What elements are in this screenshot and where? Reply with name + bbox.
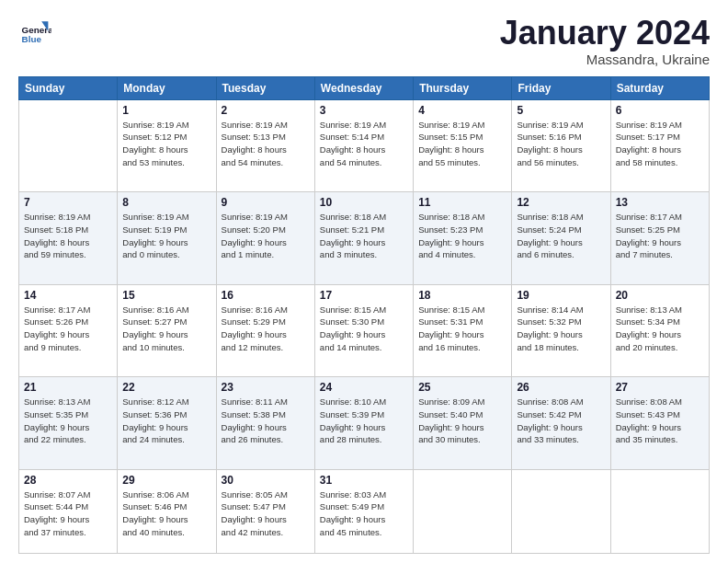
day-number: 24	[320, 381, 408, 394]
day-info: Sunrise: 8:19 AMSunset: 5:15 PMDaylight:…	[418, 119, 506, 169]
logo: General Blue	[18, 15, 51, 48]
calendar-cell: 21Sunrise: 8:13 AMSunset: 5:35 PMDayligh…	[19, 377, 118, 469]
calendar-cell: 18Sunrise: 8:15 AMSunset: 5:31 PMDayligh…	[414, 284, 512, 376]
day-number: 27	[616, 381, 704, 394]
day-info: Sunrise: 8:06 AMSunset: 5:46 PMDaylight:…	[122, 488, 210, 539]
day-info: Sunrise: 8:03 AMSunset: 5:49 PMDaylight:…	[320, 488, 408, 539]
day-info: Sunrise: 8:13 AMSunset: 5:35 PMDaylight:…	[24, 396, 112, 446]
day-info: Sunrise: 8:18 AMSunset: 5:23 PMDaylight:…	[418, 211, 506, 261]
day-info: Sunrise: 8:16 AMSunset: 5:27 PMDaylight:…	[122, 304, 210, 354]
calendar-cell: 16Sunrise: 8:16 AMSunset: 5:29 PMDayligh…	[216, 284, 314, 376]
month-title: January 2024	[500, 15, 710, 52]
day-info: Sunrise: 8:19 AMSunset: 5:13 PMDaylight:…	[222, 119, 310, 169]
calendar-cell: 31Sunrise: 8:03 AMSunset: 5:49 PMDayligh…	[314, 469, 413, 553]
day-number: 9	[222, 196, 310, 209]
calendar-week-row: 21Sunrise: 8:13 AMSunset: 5:35 PMDayligh…	[19, 377, 710, 469]
calendar-cell	[414, 469, 512, 553]
day-number: 15	[122, 289, 210, 302]
calendar-cell: 3Sunrise: 8:19 AMSunset: 5:14 PMDaylight…	[314, 99, 413, 191]
day-number: 2	[222, 104, 310, 117]
day-number: 14	[24, 289, 112, 302]
calendar-cell: 23Sunrise: 8:11 AMSunset: 5:38 PMDayligh…	[216, 377, 314, 469]
day-number: 28	[24, 474, 112, 487]
day-number: 22	[122, 381, 210, 394]
calendar-cell: 6Sunrise: 8:19 AMSunset: 5:17 PMDaylight…	[610, 99, 709, 191]
day-info: Sunrise: 8:11 AMSunset: 5:38 PMDaylight:…	[222, 396, 310, 446]
calendar-cell: 14Sunrise: 8:17 AMSunset: 5:26 PMDayligh…	[19, 284, 118, 376]
weekday-header-wednesday: Wednesday	[314, 76, 413, 99]
calendar-cell: 19Sunrise: 8:14 AMSunset: 5:32 PMDayligh…	[512, 284, 610, 376]
calendar-cell: 8Sunrise: 8:19 AMSunset: 5:19 PMDaylight…	[118, 192, 216, 284]
calendar-cell: 12Sunrise: 8:18 AMSunset: 5:24 PMDayligh…	[512, 192, 610, 284]
day-number: 7	[24, 196, 112, 209]
day-info: Sunrise: 8:19 AMSunset: 5:12 PMDaylight:…	[122, 119, 210, 169]
location-subtitle: Massandra, Ukraine	[500, 52, 710, 67]
weekday-header-thursday: Thursday	[414, 76, 512, 99]
day-number: 3	[320, 104, 408, 117]
day-number: 31	[320, 474, 408, 487]
day-info: Sunrise: 8:19 AMSunset: 5:18 PMDaylight:…	[24, 211, 112, 261]
day-info: Sunrise: 8:17 AMSunset: 5:25 PMDaylight:…	[616, 211, 704, 261]
day-number: 16	[222, 289, 310, 302]
day-info: Sunrise: 8:16 AMSunset: 5:29 PMDaylight:…	[222, 304, 310, 354]
day-number: 30	[222, 474, 310, 487]
calendar-cell: 4Sunrise: 8:19 AMSunset: 5:15 PMDaylight…	[414, 99, 512, 191]
day-info: Sunrise: 8:19 AMSunset: 5:19 PMDaylight:…	[122, 211, 210, 261]
calendar-cell: 15Sunrise: 8:16 AMSunset: 5:27 PMDayligh…	[118, 284, 216, 376]
day-info: Sunrise: 8:12 AMSunset: 5:36 PMDaylight:…	[122, 396, 210, 446]
calendar-week-row: 14Sunrise: 8:17 AMSunset: 5:26 PMDayligh…	[19, 284, 710, 376]
day-number: 12	[517, 196, 605, 209]
day-info: Sunrise: 8:19 AMSunset: 5:20 PMDaylight:…	[222, 211, 310, 261]
calendar-cell	[610, 469, 709, 553]
day-number: 26	[517, 381, 605, 394]
calendar-cell: 11Sunrise: 8:18 AMSunset: 5:23 PMDayligh…	[414, 192, 512, 284]
calendar-cell: 13Sunrise: 8:17 AMSunset: 5:25 PMDayligh…	[610, 192, 709, 284]
page: General Blue January 2024 Massandra, Ukr…	[0, 0, 728, 563]
day-number: 10	[320, 196, 408, 209]
day-info: Sunrise: 8:15 AMSunset: 5:31 PMDaylight:…	[418, 304, 506, 354]
calendar-cell: 28Sunrise: 8:07 AMSunset: 5:44 PMDayligh…	[19, 469, 118, 553]
day-number: 23	[222, 381, 310, 394]
day-number: 4	[418, 104, 506, 117]
day-info: Sunrise: 8:14 AMSunset: 5:32 PMDaylight:…	[517, 304, 605, 354]
day-info: Sunrise: 8:19 AMSunset: 5:17 PMDaylight:…	[616, 119, 704, 169]
day-number: 25	[418, 381, 506, 394]
day-number: 18	[418, 289, 506, 302]
calendar-cell: 24Sunrise: 8:10 AMSunset: 5:39 PMDayligh…	[314, 377, 413, 469]
day-info: Sunrise: 8:09 AMSunset: 5:40 PMDaylight:…	[418, 396, 506, 446]
calendar-cell	[512, 469, 610, 553]
day-info: Sunrise: 8:10 AMSunset: 5:39 PMDaylight:…	[320, 396, 408, 446]
weekday-header-friday: Friday	[512, 76, 610, 99]
calendar-table: SundayMondayTuesdayWednesdayThursdayFrid…	[18, 76, 710, 554]
calendar-cell: 26Sunrise: 8:08 AMSunset: 5:42 PMDayligh…	[512, 377, 610, 469]
logo-icon: General Blue	[18, 15, 51, 48]
calendar-cell: 29Sunrise: 8:06 AMSunset: 5:46 PMDayligh…	[118, 469, 216, 553]
day-number: 21	[24, 381, 112, 394]
day-number: 19	[517, 289, 605, 302]
calendar-cell: 9Sunrise: 8:19 AMSunset: 5:20 PMDaylight…	[216, 192, 314, 284]
day-number: 8	[122, 196, 210, 209]
day-info: Sunrise: 8:13 AMSunset: 5:34 PMDaylight:…	[616, 304, 704, 354]
day-number: 13	[616, 196, 704, 209]
day-number: 6	[616, 104, 704, 117]
day-number: 11	[418, 196, 506, 209]
calendar-cell: 22Sunrise: 8:12 AMSunset: 5:36 PMDayligh…	[118, 377, 216, 469]
weekday-header-tuesday: Tuesday	[216, 76, 314, 99]
day-number: 29	[122, 474, 210, 487]
title-block: January 2024 Massandra, Ukraine	[500, 15, 710, 67]
weekday-header-monday: Monday	[118, 76, 216, 99]
calendar-week-row: 28Sunrise: 8:07 AMSunset: 5:44 PMDayligh…	[19, 469, 710, 553]
header: General Blue January 2024 Massandra, Ukr…	[18, 15, 710, 67]
calendar-cell: 1Sunrise: 8:19 AMSunset: 5:12 PMDaylight…	[118, 99, 216, 191]
day-info: Sunrise: 8:05 AMSunset: 5:47 PMDaylight:…	[222, 488, 310, 539]
day-info: Sunrise: 8:07 AMSunset: 5:44 PMDaylight:…	[24, 488, 112, 539]
weekday-header-row: SundayMondayTuesdayWednesdayThursdayFrid…	[19, 76, 710, 99]
day-info: Sunrise: 8:08 AMSunset: 5:43 PMDaylight:…	[616, 396, 704, 446]
weekday-header-saturday: Saturday	[610, 76, 709, 99]
calendar-cell: 5Sunrise: 8:19 AMSunset: 5:16 PMDaylight…	[512, 99, 610, 191]
calendar-cell: 30Sunrise: 8:05 AMSunset: 5:47 PMDayligh…	[216, 469, 314, 553]
weekday-header-sunday: Sunday	[19, 76, 118, 99]
day-info: Sunrise: 8:08 AMSunset: 5:42 PMDaylight:…	[517, 396, 605, 446]
day-number: 5	[517, 104, 605, 117]
calendar-week-row: 1Sunrise: 8:19 AMSunset: 5:12 PMDaylight…	[19, 99, 710, 191]
